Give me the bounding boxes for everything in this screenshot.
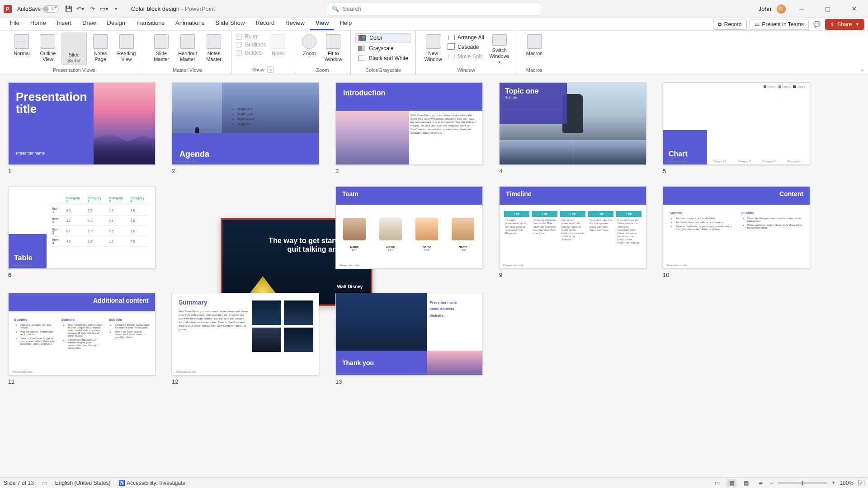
start-show-icon[interactable]: ▭▾ — [100, 5, 108, 13]
guides-checkbox: Guides — [236, 50, 266, 56]
slide-thumbnail-5[interactable]: Point 1 Point 2 Point 3 Category 1 Categ… — [663, 82, 810, 174]
new-window-icon — [426, 34, 440, 49]
slide-thumbnail-12[interactable]: Summary With PowerPoint, you can create … — [172, 293, 319, 385]
slide-master-button[interactable]: Slide Master — [149, 33, 174, 65]
quick-access-toolbar: 💾 ↶▾ ↷ ▭▾ ▾ — [65, 5, 119, 13]
user-name[interactable]: John — [759, 5, 771, 12]
notes-icon[interactable]: ▭ — [42, 480, 47, 486]
bw-mode-button[interactable]: Black and White — [355, 54, 411, 62]
present-in-teams-button[interactable]: ▭Present in Teams — [750, 19, 809, 30]
reading-view-icon[interactable]: ▤ — [741, 479, 751, 487]
tab-design[interactable]: Design — [102, 18, 131, 30]
group-label: Window — [458, 66, 475, 75]
arrange-all-button[interactable]: Arrange All — [447, 33, 486, 42]
group-zoom: Zoom Fit to Window Zoom — [294, 31, 351, 75]
slide-number: 10 — [663, 272, 810, 278]
slide12-body: With PowerPoint, you can create presenta… — [179, 310, 249, 332]
outline-view-button[interactable]: Outline View — [35, 33, 61, 65]
tab-animations[interactable]: Animations — [170, 18, 210, 30]
slide-thumbnail-9[interactable]: Timeline TitleTo start a presentation, g… — [499, 186, 646, 281]
slide-thumbnail-4[interactable]: Topic one Subtitle 4 — [499, 82, 646, 174]
slide-thumbnail-7[interactable]: The way to get started is to quit talkin… — [172, 186, 319, 281]
notes-page-icon — [93, 34, 108, 49]
maximize-button[interactable]: ▢ — [817, 0, 838, 18]
save-icon[interactable]: 💾 — [65, 5, 72, 13]
accessibility-indicator[interactable]: ♿ Accessibility: Investigate — [118, 480, 185, 486]
macros-button[interactable]: Macros — [522, 33, 547, 65]
search-input[interactable]: 🔍 Search — [328, 3, 540, 15]
notes-master-button[interactable]: Notes Master — [201, 33, 226, 65]
fit-to-window-icon[interactable]: ⤢ — [858, 480, 864, 486]
grayscale-swatch-icon — [358, 46, 365, 51]
redo-icon[interactable]: ↷ — [89, 5, 96, 13]
language-indicator[interactable]: English (United States) — [55, 480, 111, 486]
tab-review[interactable]: Review — [280, 18, 310, 30]
switch-windows-button[interactable]: Switch Windows ▾ — [487, 33, 512, 65]
grayscale-mode-button[interactable]: Grayscale — [355, 44, 411, 52]
comments-icon[interactable]: 💬 — [811, 19, 822, 30]
undo-icon[interactable]: ↶▾ — [77, 5, 84, 13]
avatar[interactable] — [777, 5, 786, 14]
slide-thumbnail-1[interactable]: Presentation title Presenter name 1 — [8, 82, 156, 174]
normal-view-button[interactable]: Normal — [9, 33, 34, 65]
dialog-launcher-icon[interactable]: ↘ — [267, 66, 274, 73]
slideshow-view-icon[interactable]: ▰ — [755, 479, 765, 487]
arrange-icon — [448, 35, 455, 40]
slide-number: 11 — [8, 378, 156, 385]
toggle-switch[interactable]: Off — [42, 5, 59, 13]
collapse-ribbon-icon[interactable]: ⌄ — [860, 67, 864, 73]
cascade-button[interactable]: Cascade — [447, 43, 486, 51]
sorter-view-icon[interactable]: ▦ — [726, 479, 736, 487]
ribbon-tabs: File Home Insert Draw Design Transitions… — [0, 18, 868, 31]
zoom-out-button[interactable]: − — [770, 480, 773, 486]
autosave-toggle[interactable]: AutoSave Off — [17, 5, 59, 13]
group-color-grayscale: Color Grayscale Black and White Color/Gr… — [351, 31, 416, 75]
tab-help[interactable]: Help — [334, 18, 357, 30]
tab-slideshow[interactable]: Slide Show — [210, 18, 250, 30]
tab-file[interactable]: File — [5, 18, 25, 30]
app-icon — [4, 5, 12, 13]
slide-thumbnail-10[interactable]: Content Subtitle Add text, images, art, … — [663, 186, 810, 281]
color-mode-button[interactable]: Color — [355, 33, 411, 42]
cascade-icon — [448, 44, 455, 50]
slide-sorter-pane[interactable]: Presentation title Presenter name 1 Topi… — [0, 75, 868, 477]
handout-master-button[interactable]: Handout Master — [175, 33, 200, 65]
customize-qat-icon[interactable]: ▾ — [112, 5, 119, 13]
zoom-in-button[interactable]: + — [832, 480, 835, 486]
ruler-checkbox: Ruler — [236, 33, 266, 40]
zoom-slider[interactable] — [778, 482, 827, 484]
new-window-button[interactable]: New Window — [420, 33, 446, 65]
slide-sorter-button[interactable]: Slide Sorter — [61, 33, 87, 65]
reading-view-button[interactable]: Reading View — [114, 33, 139, 65]
notes-icon — [271, 34, 285, 49]
fit-to-window-button[interactable]: Fit to Window — [321, 33, 346, 65]
minimize-button[interactable]: ─ — [791, 0, 812, 18]
slide13-title: Thank you — [336, 351, 427, 375]
normal-view-icon[interactable]: ▭ — [712, 479, 722, 487]
tab-draw[interactable]: Draw — [77, 18, 101, 30]
tab-view[interactable]: View — [310, 18, 334, 30]
tab-record[interactable]: Record — [250, 18, 280, 30]
slide-thumbnail-11[interactable]: Additional content SubtitleAdd text, ima… — [8, 293, 156, 385]
slide-thumbnail-8[interactable]: Team NameTitle NameTitle NameTitle NameT… — [335, 186, 483, 281]
notes-page-button[interactable]: Notes Page — [88, 33, 113, 65]
slide-thumbnail-2[interactable]: Topic one Topic two Topic three Topic fo… — [172, 82, 319, 174]
slide-thumbnail-6[interactable]: Category 1Category 2Category 3Category 4… — [8, 186, 156, 281]
tab-insert[interactable]: Insert — [52, 18, 77, 30]
normal-icon — [14, 34, 29, 49]
record-button[interactable]: Record — [713, 19, 747, 30]
accessibility-icon: ♿ — [118, 480, 125, 486]
slide-thumbnail-3[interactable]: Introduction With PowerPoint, you can cr… — [335, 82, 483, 174]
zoom-button[interactable]: Zoom — [299, 33, 320, 65]
close-button[interactable]: ✕ — [844, 0, 864, 18]
group-label: Presentation Views — [53, 66, 95, 75]
slide-indicator[interactable]: Slide 7 of 13 — [4, 480, 34, 486]
zoom-level[interactable]: 100% — [840, 480, 854, 486]
tab-home[interactable]: Home — [25, 18, 52, 30]
group-label: Macros — [526, 66, 542, 75]
tab-transitions[interactable]: Transitions — [131, 18, 170, 30]
slide7-author: Walt Disney — [337, 284, 363, 289]
share-button[interactable]: ⇪Share▼ — [825, 19, 864, 30]
slide-thumbnail-13[interactable]: Thank you Presenter name Email address W… — [335, 293, 483, 385]
slide-number: 1 — [8, 168, 156, 174]
